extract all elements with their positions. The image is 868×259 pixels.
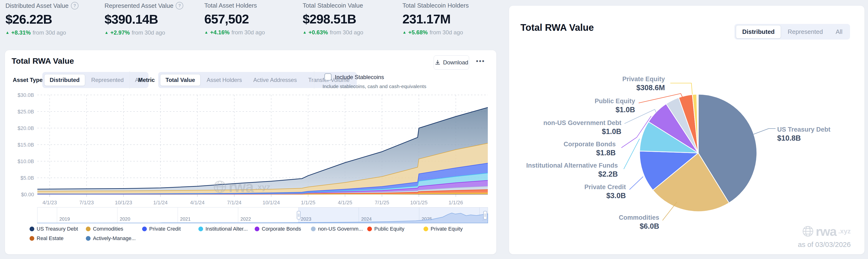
legend-dot — [255, 227, 259, 231]
legend-dot — [86, 236, 91, 241]
legend-label: Public Equity — [374, 226, 404, 232]
pie-label-public-equity: Public Equity$1.0B — [595, 97, 635, 115]
stat-label: Total Stablecoin Holders — [402, 2, 469, 9]
delta-note: from 30d ago — [430, 29, 463, 36]
legend-label: Private Credit — [149, 226, 181, 232]
stat-delta: ▲ +5.68% from 30d ago — [402, 29, 469, 36]
pie-label-value: $1.8B — [563, 148, 616, 158]
legend-item-commodities[interactable]: Commodities — [86, 226, 142, 232]
pie-label-corporate-bonds: Corporate Bonds$1.8B — [563, 140, 616, 158]
svg-text:4/1/24: 4/1/24 — [190, 200, 205, 205]
pie-label-private-credit: Private Credit$3.0B — [584, 183, 626, 201]
stat-label: Distributed Asset Value ? — [5, 2, 79, 9]
stat-delta: ▲ +0.63% from 30d ago — [303, 29, 363, 36]
pie-leader-line — [753, 128, 776, 134]
svg-text:1/1/24: 1/1/24 — [153, 200, 168, 205]
stacked-area-chart[interactable]: $30.0B$25.0B$20.0B$15.0B$10.0B$5.0B$0.00… — [5, 50, 496, 254]
svg-text:$5.0B: $5.0B — [21, 175, 34, 181]
stat-label-text: Total Stablecoin Value — [303, 2, 363, 9]
pie-label-value: $308.6M — [622, 83, 665, 92]
legend-item-private-credit[interactable]: Private Credit — [142, 226, 198, 232]
watermark-suffix: .xyz — [838, 228, 851, 235]
up-arrow-icon: ▲ — [5, 30, 9, 35]
svg-text:1/1/25: 1/1/25 — [301, 200, 315, 205]
legend-label: Corporate Bonds — [262, 226, 301, 232]
stat-label: Total Asset Holders — [204, 2, 265, 9]
delta-percent: +4.16% — [210, 29, 229, 36]
legend-dot — [30, 227, 34, 231]
pie-label-private-equity: Private Equity$308.6M — [622, 75, 665, 92]
svg-text:2021: 2021 — [180, 217, 191, 222]
total-rwa-value-pie-card: Total RWA Value Distributed Represented … — [509, 5, 865, 255]
pie-leader-line — [629, 177, 643, 190]
delta-note: from 30d ago — [330, 29, 363, 36]
rwa-watermark: rwa .xyz — [213, 178, 271, 196]
pie-label-name: Institutional Alternative Funds — [526, 162, 618, 170]
legend-label: Institutional Alter... — [206, 226, 248, 232]
delta-percent: +0.63% — [309, 29, 328, 36]
legend-item-real-estate[interactable]: Real Estate — [30, 235, 86, 241]
svg-text:4/1/25: 4/1/25 — [338, 200, 352, 205]
pie-leader-line — [670, 83, 692, 94]
pie-label-commodities: Commodities$6.0B — [619, 213, 659, 231]
legend-dot — [198, 227, 203, 231]
legend-label: non-US Governm... — [318, 226, 363, 232]
stat-delta: ▲ +8.31% from 30d ago — [5, 29, 79, 36]
svg-text:1/1/26: 1/1/26 — [448, 200, 463, 205]
pie-label-value: $10.8B — [777, 134, 830, 143]
stat-label-text: Represented Asset Value — [104, 2, 173, 9]
svg-text:$20.0B: $20.0B — [18, 125, 34, 131]
minimap-brush-handle[interactable] — [297, 211, 300, 219]
stat-value: $298.51B — [303, 11, 363, 26]
stat-value: 657,502 — [204, 11, 265, 26]
legend-label: Real Estate — [37, 235, 64, 241]
pie-label-name: Private Equity — [622, 75, 665, 83]
help-icon[interactable]: ? — [176, 2, 183, 9]
delta-percent: +5.68% — [408, 29, 428, 36]
legend-item-institutional-alter-[interactable]: Institutional Alter... — [198, 226, 255, 232]
legend-label: Actively-Manage... — [93, 235, 136, 241]
help-icon[interactable]: ? — [71, 2, 79, 9]
stat-value: 231.17M — [402, 11, 469, 26]
legend-item-non-us-governm-[interactable]: non-US Governm... — [311, 226, 367, 232]
globe-icon — [213, 180, 227, 194]
stat-label-text: Total Asset Holders — [204, 2, 257, 9]
legend-dot — [142, 227, 147, 231]
up-arrow-icon: ▲ — [104, 30, 108, 35]
legend-dot — [86, 227, 91, 231]
legend-dot — [424, 227, 428, 231]
legend-item-public-equity[interactable]: Public Equity — [367, 226, 424, 232]
chart-legend: US Treasury DebtCommoditiesPrivate Credi… — [30, 226, 480, 241]
stat-represented-asset-value: Represented Asset Value ? $390.14B ▲ +2.… — [104, 2, 183, 36]
pie-leader-line — [624, 139, 640, 169]
svg-text:7/1/23: 7/1/23 — [80, 200, 94, 205]
pie-label-institutional-alternative-funds: Institutional Alternative Funds$2.2B — [526, 162, 618, 179]
stat-total-stablecoin-value: Total Stablecoin Value $298.51B ▲ +0.63%… — [303, 2, 363, 36]
svg-text:10/1/24: 10/1/24 — [262, 200, 280, 205]
minimap-brush-handle[interactable] — [484, 211, 487, 219]
up-arrow-icon: ▲ — [204, 30, 208, 35]
up-arrow-icon: ▲ — [303, 30, 307, 35]
stat-delta: ▲ +4.16% from 30d ago — [204, 29, 265, 36]
legend-item-actively-manage-[interactable]: Actively-Manage... — [86, 235, 142, 241]
delta-note: from 30d ago — [231, 29, 265, 36]
legend-dot — [311, 227, 316, 231]
pie-label-name: Corporate Bonds — [563, 140, 616, 148]
svg-text:10/1/23: 10/1/23 — [115, 200, 132, 205]
pie-label-name: non-US Government Debt — [544, 119, 621, 127]
svg-text:2019: 2019 — [59, 217, 70, 222]
svg-text:2020: 2020 — [120, 217, 130, 222]
legend-item-us-treasury-debt[interactable]: US Treasury Debt — [30, 226, 86, 232]
stat-value: $26.22B — [5, 12, 79, 27]
stat-label-text: Distributed Asset Value — [5, 2, 68, 9]
svg-text:$0.00: $0.00 — [21, 192, 34, 197]
legend-label: US Treasury Debt — [37, 226, 78, 232]
legend-item-private-equity[interactable]: Private Equity — [424, 226, 480, 232]
pie-label-us-treasury-debt: US Treasury Debt$10.8B — [777, 125, 830, 143]
delta-percent: +2.97% — [111, 29, 130, 36]
legend-item-corporate-bonds[interactable]: Corporate Bonds — [255, 226, 311, 232]
watermark-text: rwa — [816, 224, 836, 239]
watermark-text: rwa — [229, 178, 253, 196]
svg-text:$10.0B: $10.0B — [18, 159, 34, 164]
pie-label-name: Private Credit — [584, 183, 626, 191]
